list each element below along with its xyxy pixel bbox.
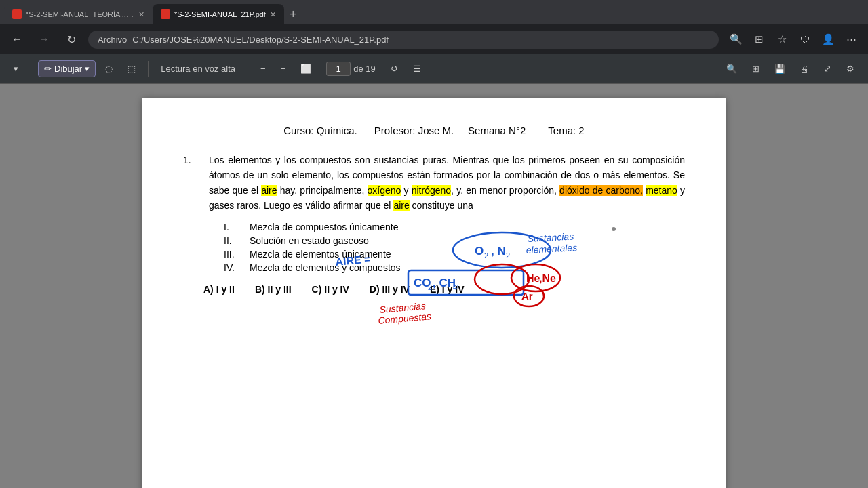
course-label: Curso: Química. <box>283 125 357 136</box>
highlight-metano: metano <box>646 185 677 196</box>
view-button[interactable]: ☰ <box>408 61 427 77</box>
forward-button[interactable]: → <box>34 29 54 49</box>
svg-text:Compuestas: Compuestas <box>378 310 432 326</box>
option-ii: II. Solución en estado gaseoso <box>224 235 685 246</box>
draw-label: Dibujar <box>54 64 82 74</box>
option-i: I. Mezcla de compuestos únicamente <box>224 222 685 232</box>
question-block: 1. Los elementos y los compuestos son su… <box>183 152 685 295</box>
refresh-button[interactable]: ↻ <box>61 29 81 49</box>
divider-1 <box>31 61 31 77</box>
save-button[interactable]: 💾 <box>769 61 791 77</box>
professor-label: Profesor: Jose M. <box>374 125 454 136</box>
pdf-header: Curso: Química. Profesor: Jose M. Semana… <box>183 125 685 136</box>
print-button[interactable]: 🖨 <box>795 61 814 77</box>
page-input[interactable] <box>326 62 351 76</box>
rotate-button[interactable]: ↺ <box>385 61 403 77</box>
more-tools-button[interactable]: ⚙ <box>841 61 860 77</box>
option-ii-text: Solución en estado gaseoso <box>250 235 369 246</box>
highlight-nitrogeno: nitrógeno <box>412 185 451 196</box>
fullscreen-button[interactable]: ⤢ <box>818 61 837 77</box>
tab-bar: *S-2-SEMI-ANUAL_TEORÍA ....p... ✕ *S-2-S… <box>0 0 868 24</box>
topic-label: Tema: 2 <box>548 125 584 136</box>
search-icon-btn[interactable]: 🔍 <box>726 29 746 49</box>
navigate-prev-btn[interactable]: ▾ <box>8 61 24 77</box>
pdf-nav: de 19 <box>326 62 376 76</box>
page-total: de 19 <box>353 64 376 74</box>
answer-b: B) II y III <box>255 284 292 295</box>
option-iv: IV. Mezcla de elementos y compuestos <box>224 262 685 273</box>
tab-1-favicon <box>12 9 22 19</box>
answer-e: E) I y IV <box>430 284 465 295</box>
option-iv-text: Mezcla de elementos y compuestos <box>250 262 401 273</box>
svg-text:Sustancias: Sustancias <box>379 300 427 315</box>
select-button[interactable]: ⬚ <box>122 61 141 77</box>
profile-icon-btn[interactable]: 👤 <box>818 29 838 49</box>
tab-1-close[interactable]: ✕ <box>138 10 144 19</box>
tab-1[interactable]: *S-2-SEMI-ANUAL_TEORÍA ....p... ✕ <box>4 4 153 24</box>
zoom-in-button[interactable]: + <box>275 61 292 77</box>
highlight-dioxido: dióxido de carbono, <box>559 185 643 196</box>
pdf-content-area: Curso: Química. Profesor: Jose M. Semana… <box>0 84 868 488</box>
options-list: I. Mezcla de compuestos únicamente II. S… <box>224 222 685 273</box>
highlight-aire-1: aire <box>261 185 277 196</box>
back-button[interactable]: ← <box>7 29 27 49</box>
browser-window: *S-2-SEMI-ANUAL_TEORÍA ....p... ✕ *S-2-S… <box>0 0 868 488</box>
highlight-aire-2: aire <box>393 200 409 211</box>
address-protocol: Archivo <box>98 35 127 45</box>
search-pdf-button[interactable]: 🔍 <box>721 61 743 77</box>
tab-1-label: *S-2-SEMI-ANUAL_TEORÍA ....p... <box>26 10 134 18</box>
fit-page-button[interactable]: ⬜ <box>295 61 317 77</box>
pdf-toolbar: ▾ ✏ Dibujar ▾ ◌ ⬚ Lectura en voz alta − … <box>0 54 868 84</box>
question-body: Los elementos y los compuestos son susta… <box>209 152 685 214</box>
option-iii: III. Mezcla de elementos únicamente <box>224 249 685 260</box>
new-tab-button[interactable]: + <box>284 7 302 22</box>
answers-row: A) I y II B) II y III C) II y IV D) III … <box>203 284 685 295</box>
zoom-out-button[interactable]: − <box>255 61 271 77</box>
tab-2-favicon <box>161 9 170 19</box>
favorites-icon-btn[interactable]: ☆ <box>772 29 792 49</box>
highlight-oxigeno: oxígeno <box>368 185 401 196</box>
question-text: 1. Los elementos y los compuestos son su… <box>183 152 685 214</box>
address-text: C:/Users/JOSE%20MANUEL/Desktop/S-2-SEMI-… <box>132 35 389 45</box>
address-field[interactable]: Archivo C:/Users/JOSE%20MANUEL/Desktop/S… <box>88 30 719 49</box>
erase-button[interactable]: ◌ <box>100 61 118 77</box>
tab-2-close[interactable]: ✕ <box>270 10 276 19</box>
question-number: 1. <box>183 152 203 214</box>
tab-2[interactable]: *S-2-SEMI-ANUAL_21P.pdf ✕ <box>153 4 284 24</box>
divider-2 <box>148 61 149 77</box>
browser-essentials-btn[interactable]: 🛡 <box>795 29 815 49</box>
toolbar-icons-group: 🔍 ⊞ ☆ 🛡 👤 ⋯ <box>726 29 861 49</box>
roman-i: I. <box>224 222 244 232</box>
draw-chevron: ▾ <box>85 64 90 74</box>
settings-icon-btn[interactable]: ⋯ <box>841 29 861 49</box>
answer-a: A) I y II <box>203 284 235 295</box>
voice-read-button[interactable]: Lectura en voz alta <box>155 61 241 77</box>
divider-3 <box>248 61 248 77</box>
answer-c: C) II y IV <box>312 284 349 295</box>
pdf-page: Curso: Química. Profesor: Jose M. Semana… <box>142 98 726 488</box>
roman-iii: III. <box>224 249 244 260</box>
address-bar-row: ← → ↻ Archivo C:/Users/JOSE%20MANUEL/Des… <box>0 24 868 54</box>
collections-icon-btn[interactable]: ⊞ <box>749 29 769 49</box>
voice-read-label: Lectura en voz alta <box>161 64 235 74</box>
draw-button[interactable]: ✏ Dibujar ▾ <box>38 60 96 77</box>
week-label: Semana N°2 <box>468 125 526 136</box>
save-copy-button[interactable]: ⊞ <box>747 61 765 77</box>
option-i-text: Mezcla de compuestos únicamente <box>250 222 398 232</box>
draw-icon: ✏ <box>44 64 52 74</box>
roman-iv: IV. <box>224 262 244 273</box>
answer-d: D) III y IV <box>370 284 410 295</box>
tab-2-label: *S-2-SEMI-ANUAL_21P.pdf <box>174 10 266 18</box>
roman-ii: II. <box>224 235 244 246</box>
option-iii-text: Mezcla de elementos únicamente <box>250 249 391 260</box>
